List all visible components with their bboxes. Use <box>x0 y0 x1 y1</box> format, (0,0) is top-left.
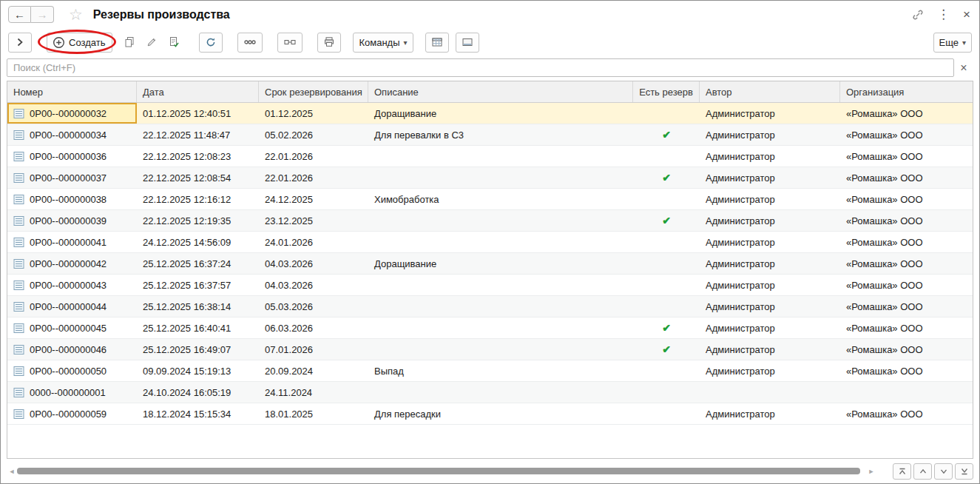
cell-organization[interactable]: «Ромашка» ООО <box>840 360 973 381</box>
cell-term[interactable]: 07.01.2026 <box>259 339 368 360</box>
cell-author[interactable]: Администратор <box>700 275 840 295</box>
more-button[interactable]: Еще ▾ <box>933 33 972 53</box>
cell-organization[interactable] <box>840 382 973 403</box>
cell-description[interactable] <box>368 296 633 317</box>
scroll-right-icon[interactable]: ► <box>866 468 876 475</box>
menu-dots-icon[interactable]: ⋮ <box>937 8 950 21</box>
cell-date[interactable]: 22.12.2025 11:48:47 <box>137 124 259 145</box>
cell-author[interactable]: Администратор <box>700 317 840 338</box>
cell-term[interactable]: 06.03.2026 <box>259 317 368 338</box>
cell-organization[interactable]: «Ромашка» ООО <box>840 339 973 360</box>
related-documents-button[interactable] <box>237 33 263 53</box>
column-header-date[interactable]: Дата <box>137 81 259 102</box>
cell-author[interactable]: Администратор <box>700 103 840 124</box>
cell-date[interactable]: 22.12.2025 12:08:54 <box>137 167 259 188</box>
cell-term[interactable]: 23.12.2025 <box>259 210 368 231</box>
cell-author[interactable]: Администратор <box>700 360 840 381</box>
cell-number[interactable]: 0Р00--000000039 <box>7 210 137 231</box>
mark-deletion-button[interactable] <box>163 33 184 53</box>
table-row[interactable]: 0Р00--000000034 22.12.2025 11:48:47 05.0… <box>7 124 973 146</box>
create-button[interactable]: Создать <box>47 33 112 53</box>
cell-organization[interactable]: «Ромашка» ООО <box>840 189 973 209</box>
cell-term[interactable]: 18.01.2025 <box>259 403 368 424</box>
cell-date[interactable]: 24.10.2024 16:05:19 <box>137 382 259 403</box>
cell-organization[interactable]: «Ромашка» ООО <box>840 403 973 424</box>
scroll-top-button[interactable] <box>893 463 911 480</box>
cell-organization[interactable]: «Ромашка» ООО <box>840 146 973 167</box>
cell-number[interactable]: 0Р00--000000032 <box>7 103 137 124</box>
cell-has-reserve[interactable]: ✔ <box>633 167 700 188</box>
cell-has-reserve[interactable] <box>633 360 700 381</box>
cell-term[interactable]: 01.12.2025 <box>259 103 368 124</box>
cell-has-reserve[interactable] <box>633 382 700 403</box>
cell-description[interactable] <box>368 382 633 403</box>
cell-description[interactable] <box>368 232 633 252</box>
cell-has-reserve[interactable] <box>633 189 700 209</box>
column-header-number[interactable]: Номер <box>7 81 137 102</box>
cell-term[interactable]: 22.01.2026 <box>259 146 368 167</box>
clear-search-icon[interactable]: × <box>954 61 973 75</box>
scrollbar-thumb[interactable] <box>17 468 860 474</box>
cell-description[interactable] <box>368 317 633 338</box>
cell-term[interactable]: 04.03.2026 <box>259 253 368 274</box>
cell-organization[interactable]: «Ромашка» ООО <box>840 317 973 338</box>
cell-number[interactable]: 0000--000000001 <box>7 382 137 403</box>
cell-term[interactable]: 24.12.2025 <box>259 189 368 209</box>
cell-date[interactable]: 25.12.2025 16:49:07 <box>137 339 259 360</box>
cell-date[interactable]: 18.12.2024 15:15:34 <box>137 403 259 424</box>
cell-author[interactable]: Администратор <box>700 146 840 167</box>
table-row[interactable]: 0Р00--000000036 22.12.2025 12:08:23 22.0… <box>7 146 973 167</box>
horizontal-scrollbar[interactable] <box>17 467 866 475</box>
scroll-left-icon[interactable]: ◄ <box>7 468 17 475</box>
table-row[interactable]: 0Р00--000000046 25.12.2025 16:49:07 07.0… <box>7 339 973 360</box>
cell-has-reserve[interactable]: ✔ <box>633 317 700 338</box>
table-row[interactable]: 0Р00--000000059 18.12.2024 15:15:34 18.0… <box>7 403 973 425</box>
cell-author[interactable]: Администратор <box>700 232 840 252</box>
cell-organization[interactable]: «Ромашка» ООО <box>840 253 973 274</box>
cell-number[interactable]: 0Р00--000000037 <box>7 167 137 188</box>
table-row[interactable]: 0Р00--000000045 25.12.2025 16:40:41 06.0… <box>7 317 973 339</box>
cell-organization[interactable]: «Ромашка» ООО <box>840 103 973 124</box>
cell-has-reserve[interactable] <box>633 146 700 167</box>
cell-number[interactable]: 0Р00--000000059 <box>7 403 137 424</box>
cell-number[interactable]: 0Р00--000000046 <box>7 339 137 360</box>
cell-date[interactable]: 25.12.2025 16:37:24 <box>137 253 259 274</box>
cell-date[interactable]: 22.12.2025 12:19:35 <box>137 210 259 231</box>
table-row[interactable]: 0Р00--000000039 22.12.2025 12:19:35 23.1… <box>7 210 973 232</box>
cell-term[interactable]: 05.02.2026 <box>259 124 368 145</box>
cell-number[interactable]: 0Р00--000000050 <box>7 360 137 381</box>
cell-author[interactable]: Администратор <box>700 210 840 231</box>
form-settings-button[interactable] <box>456 33 479 53</box>
cell-author[interactable]: Администратор <box>700 253 840 274</box>
scroll-up-button[interactable] <box>913 463 932 480</box>
table-row[interactable]: 0Р00--000000038 22.12.2025 12:16:12 24.1… <box>7 189 973 210</box>
cell-organization[interactable]: «Ромашка» ООО <box>840 124 973 145</box>
table-row[interactable]: 0Р00--000000050 09.09.2024 15:19:13 20.0… <box>7 360 973 382</box>
cell-author[interactable]: Администратор <box>700 403 840 424</box>
scroll-down-button[interactable] <box>934 463 953 480</box>
cell-has-reserve[interactable] <box>633 275 700 295</box>
cell-number[interactable]: 0Р00--000000044 <box>7 296 137 317</box>
cell-has-reserve[interactable]: ✔ <box>633 124 700 145</box>
column-header-author[interactable]: Автор <box>700 81 840 102</box>
close-icon[interactable]: × <box>963 8 970 21</box>
cell-has-reserve[interactable] <box>633 232 700 252</box>
cell-date[interactable]: 25.12.2025 16:38:14 <box>137 296 259 317</box>
output-list-button[interactable] <box>425 33 449 53</box>
cell-number[interactable]: 0Р00--000000036 <box>7 146 137 167</box>
column-header-has-reserve[interactable]: Есть резерв <box>633 81 700 102</box>
cell-term[interactable]: 20.09.2024 <box>259 360 368 381</box>
cell-description[interactable] <box>368 275 633 295</box>
commands-button[interactable]: Команды ▾ <box>353 33 413 53</box>
cell-term[interactable]: 05.03.2026 <box>259 296 368 317</box>
cell-date[interactable]: 22.12.2025 12:16:12 <box>137 189 259 209</box>
cell-author[interactable] <box>700 382 840 403</box>
cell-date[interactable]: 22.12.2025 12:08:23 <box>137 146 259 167</box>
cell-description[interactable] <box>368 167 633 188</box>
edit-button[interactable] <box>141 33 162 53</box>
print-button[interactable] <box>317 33 341 53</box>
cell-description[interactable]: Для пересадки <box>368 403 633 424</box>
table-row[interactable]: 0Р00--000000042 25.12.2025 16:37:24 04.0… <box>7 253 973 275</box>
cell-number[interactable]: 0Р00--000000038 <box>7 189 137 209</box>
cell-term[interactable]: 22.01.2026 <box>259 167 368 188</box>
